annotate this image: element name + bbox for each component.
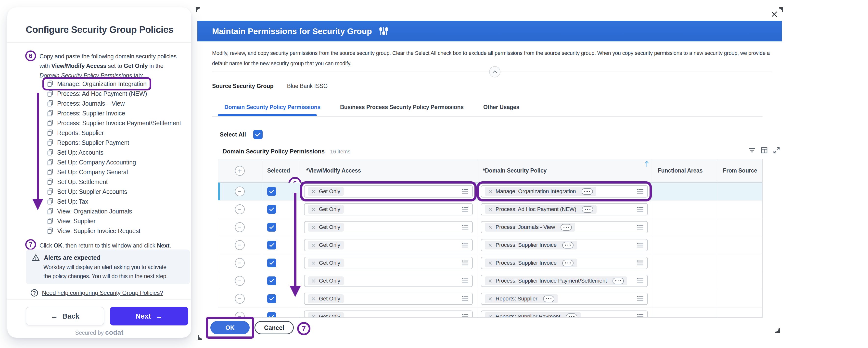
remove-token-icon[interactable] bbox=[311, 315, 316, 318]
remove-token-icon[interactable] bbox=[311, 297, 316, 301]
view-modify-access-field[interactable]: Get Only bbox=[304, 311, 473, 318]
remove-token-icon[interactable] bbox=[311, 261, 316, 265]
domain-security-policy-field[interactable]: Manage: Organization Integration bbox=[481, 185, 648, 197]
ok-button[interactable]: OK bbox=[210, 321, 250, 334]
remove-row-icon[interactable] bbox=[235, 294, 245, 304]
copy-icon[interactable] bbox=[47, 179, 54, 185]
next-button[interactable]: Next → bbox=[110, 307, 188, 325]
table-columns-icon[interactable] bbox=[761, 147, 768, 154]
copy-icon[interactable] bbox=[47, 198, 54, 205]
copy-icon[interactable] bbox=[47, 120, 54, 126]
copy-icon[interactable] bbox=[47, 129, 54, 136]
related-actions-icon[interactable] bbox=[562, 260, 574, 266]
prompt-list-icon[interactable] bbox=[462, 313, 469, 318]
prompt-list-icon[interactable] bbox=[637, 259, 644, 266]
copy-icon[interactable] bbox=[47, 168, 54, 176]
prompt-list-icon[interactable] bbox=[462, 188, 469, 195]
copy-icon[interactable] bbox=[47, 139, 54, 146]
prompt-list-icon[interactable] bbox=[637, 295, 644, 302]
filter-icon[interactable] bbox=[748, 147, 756, 154]
domain-security-policy-field[interactable]: Process: Supplier Invoice bbox=[481, 239, 648, 251]
prompt-list-icon[interactable] bbox=[637, 188, 644, 195]
copy-icon[interactable] bbox=[47, 188, 54, 195]
row-checkbox[interactable] bbox=[267, 223, 276, 231]
remove-token-icon[interactable] bbox=[488, 225, 492, 229]
prompt-list-icon[interactable] bbox=[462, 259, 469, 266]
domain-security-policy-field[interactable]: Reports: Supplier bbox=[481, 293, 648, 305]
prompt-list-icon[interactable] bbox=[637, 206, 644, 213]
prompt-list-icon[interactable] bbox=[637, 277, 644, 284]
add-row-icon[interactable] bbox=[235, 166, 245, 176]
related-actions-icon[interactable] bbox=[560, 224, 572, 231]
copy-icon[interactable] bbox=[47, 90, 54, 97]
copy-icon[interactable] bbox=[47, 208, 54, 215]
select-all-checkbox[interactable] bbox=[253, 130, 262, 139]
copy-icon[interactable] bbox=[47, 218, 54, 224]
prompt-list-icon[interactable] bbox=[462, 206, 469, 213]
row-checkbox[interactable] bbox=[267, 312, 276, 318]
tab-business-process-security-policy-permissions[interactable]: Business Process Security Policy Permiss… bbox=[340, 104, 464, 110]
domain-security-policy-field[interactable]: Process: Supplier Invoice bbox=[481, 257, 648, 269]
copy-icon[interactable] bbox=[47, 227, 54, 234]
collapse-section-button[interactable] bbox=[489, 66, 500, 77]
remove-token-icon[interactable] bbox=[488, 297, 492, 301]
remove-row-icon[interactable] bbox=[235, 258, 245, 268]
remove-row-icon[interactable] bbox=[235, 240, 245, 250]
remove-row-icon[interactable] bbox=[235, 187, 245, 196]
close-icon[interactable] bbox=[770, 10, 779, 19]
view-modify-access-field[interactable]: Get Only bbox=[304, 293, 473, 305]
back-button[interactable]: ← Back bbox=[26, 307, 104, 325]
remove-row-icon[interactable] bbox=[235, 276, 245, 286]
view-modify-access-field[interactable]: Get Only bbox=[304, 203, 473, 215]
view-modify-access-field[interactable]: Get Only bbox=[304, 257, 473, 269]
tab-other-usages[interactable]: Other Usages bbox=[483, 104, 519, 110]
domain-security-policy-field[interactable]: Process: Supplier Invoice Payment/Settle… bbox=[481, 275, 648, 287]
remove-token-icon[interactable] bbox=[311, 279, 316, 283]
copy-icon[interactable] bbox=[47, 100, 54, 107]
copy-icon[interactable] bbox=[47, 81, 54, 87]
remove-token-icon[interactable] bbox=[488, 279, 492, 283]
domain-security-policy-field[interactable]: Reports: Supplier Payment bbox=[481, 311, 648, 318]
remove-token-icon[interactable] bbox=[488, 315, 492, 318]
help-link[interactable]: Need help configuring Security Group Pol… bbox=[42, 289, 163, 296]
related-actions-icon[interactable] bbox=[566, 313, 577, 318]
remove-row-icon[interactable] bbox=[235, 204, 245, 214]
domain-security-policy-field[interactable]: Process: Journals - View bbox=[481, 221, 648, 233]
remove-token-icon[interactable] bbox=[311, 243, 316, 247]
domain-security-policy-field[interactable]: Process: Ad Hoc Payment (NEW) bbox=[481, 203, 648, 215]
related-actions-icon[interactable] bbox=[582, 206, 593, 213]
copy-icon[interactable] bbox=[47, 110, 54, 117]
view-modify-access-field[interactable]: Get Only bbox=[304, 221, 473, 233]
remove-token-icon[interactable] bbox=[488, 189, 492, 194]
related-actions-icon[interactable] bbox=[613, 278, 624, 284]
tab-domain-security-policy-permissions[interactable]: Domain Security Policy Permissions bbox=[224, 104, 320, 110]
remove-token-icon[interactable] bbox=[311, 225, 316, 229]
row-checkbox[interactable] bbox=[267, 205, 276, 214]
copy-icon[interactable] bbox=[47, 159, 54, 166]
prompt-list-icon[interactable] bbox=[462, 295, 469, 302]
row-checkbox[interactable] bbox=[267, 277, 276, 285]
prompt-list-icon[interactable] bbox=[637, 313, 644, 318]
remove-token-icon[interactable] bbox=[488, 207, 492, 212]
cancel-button[interactable]: Cancel bbox=[254, 321, 294, 334]
related-actions-icon[interactable] bbox=[543, 295, 554, 302]
prompt-list-icon[interactable] bbox=[462, 242, 469, 249]
related-actions-icon[interactable] bbox=[582, 188, 593, 195]
view-modify-access-field[interactable]: Get Only bbox=[304, 185, 473, 197]
sort-up-arrow-icon[interactable] bbox=[644, 160, 650, 167]
remove-row-icon[interactable] bbox=[235, 222, 245, 232]
remove-token-icon[interactable] bbox=[488, 243, 492, 247]
expand-icon[interactable] bbox=[773, 147, 780, 154]
view-modify-access-field[interactable]: Get Only bbox=[304, 239, 473, 251]
prompt-list-icon[interactable] bbox=[462, 277, 469, 284]
copy-icon[interactable] bbox=[47, 149, 54, 156]
row-checkbox[interactable] bbox=[267, 241, 276, 250]
row-checkbox[interactable] bbox=[267, 294, 276, 303]
view-modify-access-field[interactable]: Get Only bbox=[304, 275, 473, 287]
row-checkbox[interactable] bbox=[267, 258, 276, 267]
remove-token-icon[interactable] bbox=[488, 261, 492, 265]
prompt-list-icon[interactable] bbox=[637, 224, 644, 231]
sliders-icon[interactable] bbox=[379, 26, 389, 36]
prompt-list-icon[interactable] bbox=[462, 224, 469, 231]
related-actions-icon[interactable] bbox=[562, 242, 574, 249]
